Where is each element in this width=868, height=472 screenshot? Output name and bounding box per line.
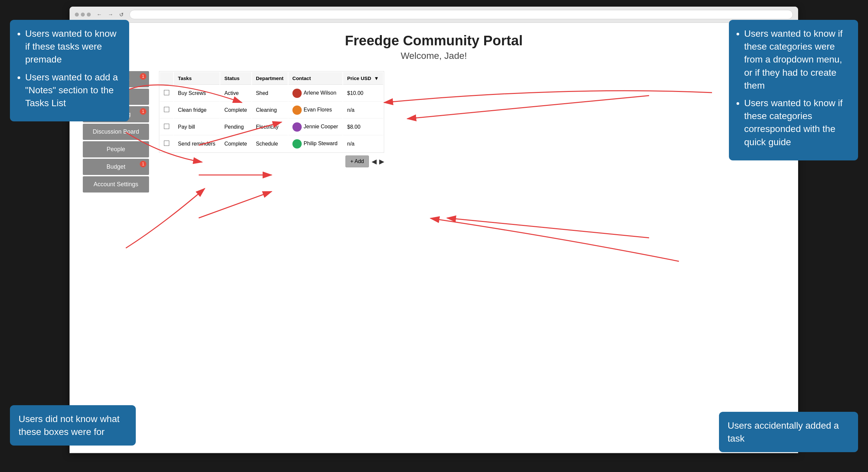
col-header-contact: Contact xyxy=(288,72,342,85)
task-dept-2: Cleaning xyxy=(252,102,288,119)
avatar-1 xyxy=(292,89,302,98)
portal-subtitle: Welcome, Jade! xyxy=(69,50,798,61)
task-status-3: Pending xyxy=(220,119,251,135)
annotation-br-text: Users accidentally added a task xyxy=(727,420,839,444)
avatar-3 xyxy=(292,123,302,132)
annotation-bottom-right: Users accidentally added a task xyxy=(719,412,858,452)
sidebar-discussion-label: Discussion Board xyxy=(93,128,139,135)
col-header-tasks: Tasks xyxy=(174,72,220,85)
scheduling-badge: 1 xyxy=(140,108,146,115)
table-row: Buy Screws Active Shed Arlene Wilson $10… xyxy=(160,85,383,102)
task-name-3: Pay bill xyxy=(174,119,220,135)
browser-dot-3 xyxy=(87,12,91,16)
browser-dots xyxy=(75,12,91,16)
portal-title: Freedge Community Portal xyxy=(69,33,798,48)
browser-dot-2 xyxy=(81,12,85,16)
browser-content: Freedge Community Portal Welcome, Jade! … xyxy=(69,23,798,452)
budget-badge: 1 xyxy=(140,161,146,167)
task-contact-4: Philip Steward xyxy=(288,136,342,152)
avatar-2 xyxy=(292,105,302,115)
main-content: Tasks Status Department Contact Price US… xyxy=(149,71,785,193)
task-checkbox-2[interactable] xyxy=(164,107,169,112)
browser-dot-1 xyxy=(75,12,79,16)
sidebar-item-discussion[interactable]: Discussion Board xyxy=(83,124,149,140)
back-button[interactable]: ← xyxy=(95,11,104,18)
sidebar-item-budget[interactable]: Budget 1 xyxy=(83,159,149,175)
col-header-department: Department xyxy=(252,72,288,85)
sidebar-account-label: Account Settings xyxy=(93,181,138,188)
task-dept-1: Shed xyxy=(252,85,288,102)
task-price-4: n/a xyxy=(343,136,383,152)
task-status-2: Complete xyxy=(220,102,251,119)
annotation-top-left: Users wanted to know if these tasks were… xyxy=(10,20,129,122)
task-name-1: Buy Screws xyxy=(174,85,220,102)
svg-line-4 xyxy=(447,218,649,238)
task-status-4: Complete xyxy=(220,136,251,152)
table-row: Send reminders Complete Schedule Philip … xyxy=(160,136,383,152)
messages-badge: 1 xyxy=(140,73,146,80)
add-task-button[interactable]: + Add xyxy=(345,156,369,167)
table-row: Pay bill Pending Electricity Jennie Coop… xyxy=(160,119,383,135)
annotation-bl-text: Users did not know what these boxes were… xyxy=(19,414,120,437)
table-row: Clean fridge Complete Cleaning Evan Flor… xyxy=(160,102,383,119)
task-status-1: Active xyxy=(220,85,251,102)
task-contact-3: Jennie Cooper xyxy=(288,119,342,135)
col-header-price: Price USD ▼ xyxy=(343,72,383,85)
annotation-top-right: Users wanted to know if these categories… xyxy=(729,20,858,161)
task-name-2: Clean fridge xyxy=(174,102,220,119)
task-price-2: n/a xyxy=(343,102,383,119)
task-price-3: $8.00 xyxy=(343,119,383,135)
col-header-checkbox xyxy=(160,72,173,85)
browser-window: ← → ↺ Freedge Community Portal Welcome, … xyxy=(69,7,798,453)
reload-button[interactable]: ↺ xyxy=(117,11,125,19)
sidebar-budget-label: Budget xyxy=(106,163,125,170)
next-arrow[interactable]: ▶ xyxy=(379,158,384,165)
annotation-tl-item1: Users wanted to know if these tasks were… xyxy=(25,27,121,66)
tasks-table: Tasks Status Department Contact Price US… xyxy=(159,71,384,153)
annotation-tl-item2: Users wanted to add a "Notes" section to… xyxy=(25,71,121,110)
task-price-1: $10.00 xyxy=(343,85,383,102)
browser-nav: ← → ↺ xyxy=(95,11,125,19)
task-checkbox-1[interactable] xyxy=(164,90,169,95)
browser-toolbar: ← → ↺ xyxy=(69,7,798,23)
task-checkbox-4[interactable] xyxy=(164,141,169,146)
forward-button[interactable]: → xyxy=(106,11,115,18)
annotation-tr-item1: Users wanted to know if these categories… xyxy=(744,27,849,92)
address-bar[interactable] xyxy=(129,10,793,19)
task-dept-4: Schedule xyxy=(252,136,288,152)
sidebar-item-people[interactable]: People xyxy=(83,141,149,158)
annotation-bottom-left: Users did not know what these boxes were… xyxy=(10,405,136,445)
sidebar-people-label: People xyxy=(106,146,125,153)
add-btn-row: + Add ◀ ▶ xyxy=(159,156,384,167)
prev-arrow[interactable]: ◀ xyxy=(372,158,376,165)
col-header-status: Status xyxy=(220,72,251,85)
sidebar-item-account[interactable]: Account Settings xyxy=(83,176,149,193)
task-checkbox-3[interactable] xyxy=(164,124,169,129)
task-dept-3: Electricity xyxy=(252,119,288,135)
portal-header: Freedge Community Portal Welcome, Jade! xyxy=(69,23,798,65)
portal-wrapper: Freedge Community Portal Welcome, Jade! … xyxy=(69,23,798,452)
avatar-4 xyxy=(292,139,302,148)
task-contact-1: Arlene Wilson xyxy=(288,85,342,102)
annotation-tr-item2: Users wanted to know if these categories… xyxy=(744,97,849,148)
task-name-4: Send reminders xyxy=(174,136,220,152)
portal-body: Messages 1 Tasks List Scheduling 1 Discu… xyxy=(69,65,798,199)
task-contact-2: Evan Flores xyxy=(288,102,342,119)
